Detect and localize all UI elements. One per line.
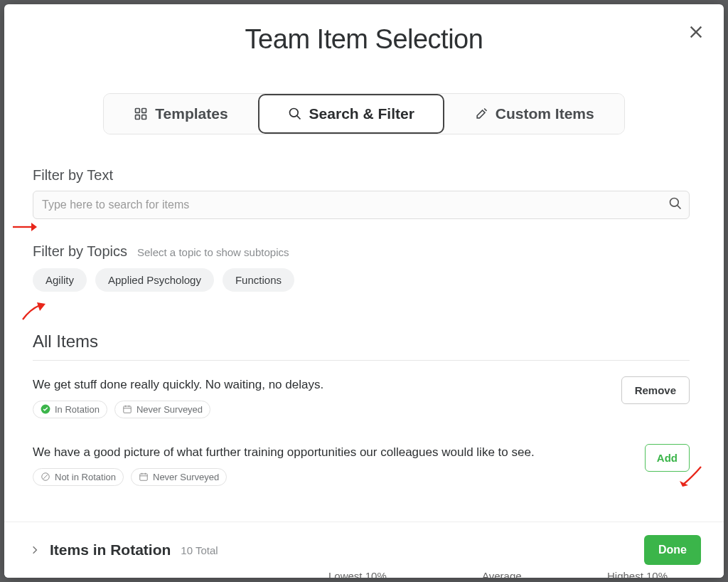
ban-icon xyxy=(41,472,50,482)
modal-title: Team Item Selection xyxy=(4,24,724,55)
scroll-body[interactable]: Filter by Text Filter by Topics Select a… xyxy=(4,149,724,522)
search-submit[interactable] xyxy=(668,196,682,213)
add-button[interactable]: Add xyxy=(645,444,690,472)
tab-row: Templates Search & Filter Custom Items xyxy=(4,68,724,149)
search-icon xyxy=(668,196,682,211)
close-icon xyxy=(688,24,704,40)
tools-icon xyxy=(474,107,488,121)
svg-rect-3 xyxy=(142,109,146,113)
footer-count: 10 Total xyxy=(181,544,218,556)
rotation-badge: In Rotation xyxy=(33,401,107,418)
item-text: We have a good picture of what further t… xyxy=(33,444,633,461)
survey-badge-label: Never Surveyed xyxy=(153,472,219,482)
search-wrap xyxy=(33,191,690,219)
svg-rect-2 xyxy=(136,109,140,113)
item-text: We get stuff done really quickly. No wai… xyxy=(33,376,610,393)
topic-chip-agility[interactable]: Agility xyxy=(33,268,87,292)
survey-badge-label: Never Surveyed xyxy=(136,404,203,415)
svg-line-16 xyxy=(43,475,48,480)
svg-rect-4 xyxy=(136,115,140,120)
tab-group: Templates Search & Filter Custom Items xyxy=(103,93,624,134)
svg-point-6 xyxy=(289,109,298,117)
svg-line-7 xyxy=(297,116,301,120)
grid-icon xyxy=(134,107,148,121)
remove-button[interactable]: Remove xyxy=(621,376,690,404)
rotation-badge-label: Not in Rotation xyxy=(55,472,116,482)
close-button[interactable] xyxy=(688,24,704,43)
item-row: We get stuff done really quickly. No wai… xyxy=(33,376,690,418)
survey-badge: Never Surveyed xyxy=(114,401,210,418)
bg-legend-lowest: Lowest 10% xyxy=(328,570,387,578)
survey-badge: Never Surveyed xyxy=(131,468,227,486)
topic-chips: Agility Applied Psychology Functions xyxy=(33,268,690,292)
tab-search-label: Search & Filter xyxy=(309,105,414,122)
topic-chip-applied-psychology[interactable]: Applied Psychology xyxy=(95,268,214,292)
filter-by-topics-label: Filter by Topics xyxy=(33,243,127,260)
item-row: We have a good picture of what further t… xyxy=(33,444,690,486)
done-button[interactable]: Done xyxy=(644,535,701,565)
filter-by-topics-row: Filter by Topics Select a topic to show … xyxy=(33,243,690,260)
rotation-badge-label: In Rotation xyxy=(55,404,100,415)
footer-title: Items in Rotation xyxy=(50,541,171,559)
bg-legend-average: Average xyxy=(482,570,522,578)
rotation-badge: Not in Rotation xyxy=(33,468,124,486)
chevron-right-icon xyxy=(30,545,40,555)
svg-rect-11 xyxy=(124,406,132,413)
search-icon xyxy=(288,107,302,121)
calendar-icon xyxy=(122,404,132,414)
tab-templates[interactable]: Templates xyxy=(104,94,257,134)
team-item-selection-modal: Team Item Selection Templates Search & F… xyxy=(4,4,724,578)
filter-by-topics-hint: Select a topic to show subtopics xyxy=(137,246,289,258)
items-in-rotation-toggle[interactable]: Items in Rotation 10 Total xyxy=(30,541,218,559)
svg-rect-5 xyxy=(142,115,146,120)
search-input[interactable] xyxy=(33,191,690,219)
calendar-icon xyxy=(139,472,149,482)
svg-rect-17 xyxy=(140,474,148,480)
topic-chip-functions[interactable]: Functions xyxy=(223,268,294,292)
tab-search-filter[interactable]: Search & Filter xyxy=(258,94,444,134)
svg-point-8 xyxy=(670,199,679,207)
all-items-heading: All Items xyxy=(33,332,690,351)
tab-custom-label: Custom Items xyxy=(496,105,594,122)
tab-templates-label: Templates xyxy=(155,105,228,122)
check-circle-icon xyxy=(41,404,50,414)
modal-header: Team Item Selection xyxy=(4,4,724,68)
bg-legend-highest: Highest 10% xyxy=(607,570,668,578)
svg-line-9 xyxy=(678,206,681,209)
divider xyxy=(33,360,690,361)
filter-by-text-label: Filter by Text xyxy=(33,167,690,184)
tab-custom-items[interactable]: Custom Items xyxy=(444,94,624,134)
